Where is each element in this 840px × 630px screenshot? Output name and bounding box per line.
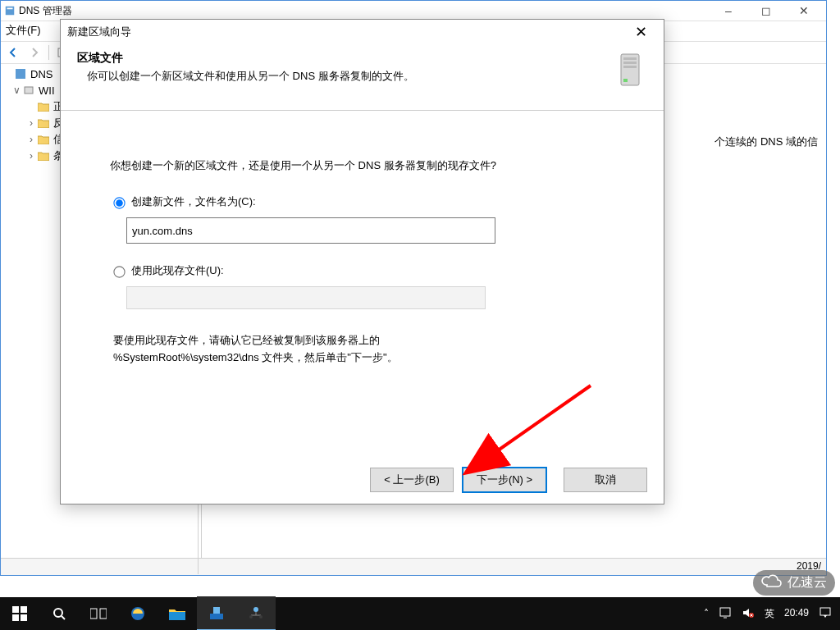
- forward-icon[interactable]: [25, 44, 43, 61]
- svg-point-26: [249, 615, 253, 619]
- svg-rect-7: [623, 62, 637, 64]
- expand-icon[interactable]: ›: [25, 117, 37, 129]
- dns-app-icon: [4, 5, 16, 16]
- system-tray[interactable]: ˄ 英 20:49: [704, 606, 840, 622]
- action-center-icon[interactable]: [819, 606, 832, 622]
- svg-rect-14: [21, 614, 27, 621]
- wizard-body: 你想创建一个新的区域文件，还是使用一个从另一个 DNS 服务器复制的现存文件? …: [61, 111, 664, 375]
- radio-create-label: 创建新文件，文件名为(C):: [131, 194, 256, 209]
- taskbar-app-dns[interactable]: [236, 596, 276, 630]
- svg-rect-6: [623, 57, 637, 60]
- cloud-icon: [761, 573, 783, 592]
- svg-rect-22: [213, 607, 220, 614]
- watermark-text: 亿速云: [788, 574, 827, 591]
- clock[interactable]: 20:49: [784, 608, 809, 619]
- svg-rect-8: [623, 66, 637, 68]
- server-icon: [22, 84, 35, 97]
- main-title: DNS 管理器: [19, 4, 72, 18]
- radio-use-existing-file-input[interactable]: [113, 266, 125, 277]
- svg-rect-12: [21, 606, 27, 613]
- menu-file[interactable]: 文件(F): [6, 24, 41, 36]
- zone-filename-input[interactable]: [126, 217, 495, 244]
- svg-rect-20: [169, 612, 185, 620]
- svg-rect-17: [90, 609, 97, 619]
- start-button[interactable]: [0, 597, 39, 630]
- svg-rect-18: [100, 609, 107, 619]
- svg-rect-4: [25, 87, 33, 94]
- pane-splitter[interactable]: [198, 504, 199, 574]
- radio-use-label: 使用此现存文件(U):: [131, 263, 224, 278]
- expand-icon[interactable]: ›: [25, 134, 37, 145]
- folder-icon: [37, 100, 50, 113]
- svg-rect-11: [12, 606, 19, 613]
- back-button[interactable]: < 上一步(B): [370, 468, 454, 492]
- svg-rect-0: [6, 7, 15, 16]
- expand-icon[interactable]: ∨: [11, 84, 22, 96]
- cancel-button[interactable]: 取消: [564, 468, 647, 492]
- ime-indicator[interactable]: 英: [765, 607, 774, 621]
- volume-icon[interactable]: [742, 606, 755, 622]
- content-hint-text: 个连续的 DNS 域的信: [714, 135, 818, 149]
- svg-point-23: [253, 607, 258, 612]
- tray-chevron-up-icon[interactable]: ˄: [704, 608, 709, 619]
- minimize-button[interactable]: –: [710, 1, 747, 21]
- file-explorer-icon[interactable]: [158, 597, 197, 630]
- back-icon[interactable]: [4, 44, 22, 61]
- server-icon: [613, 51, 647, 90]
- ie-icon[interactable]: [118, 597, 158, 630]
- wizard-header-subtitle: 你可以创建一个新区域文件和使用从另一个 DNS 服务器复制的文件。: [77, 69, 613, 84]
- wizard-header: 区域文件 你可以创建一个新区域文件和使用从另一个 DNS 服务器复制的文件。: [61, 44, 664, 111]
- maximize-button[interactable]: ◻: [747, 1, 785, 21]
- folder-icon: [37, 149, 50, 162]
- wizard-header-title: 区域文件: [77, 51, 613, 66]
- taskbar[interactable]: ˄ 英 20:49: [0, 597, 840, 630]
- folder-icon: [37, 133, 50, 146]
- close-button[interactable]: ✕: [785, 1, 823, 21]
- watermark: 亿速云: [753, 570, 835, 596]
- search-icon[interactable]: [39, 597, 79, 630]
- svg-rect-1: [7, 8, 13, 10]
- task-view-icon[interactable]: [79, 597, 118, 630]
- svg-line-16: [62, 616, 65, 619]
- wizard-note: 要使用此现存文件，请确认它已经被复制到该服务器上的 %SystemRoot%\s…: [110, 332, 614, 367]
- taskbar-app-1[interactable]: [197, 596, 236, 630]
- new-zone-wizard-dialog: 新建区域向导 ✕ 区域文件 你可以创建一个新区域文件和使用从另一个 DNS 服务…: [60, 19, 664, 504]
- radio-create-new-file-input[interactable]: [113, 197, 125, 208]
- svg-rect-9: [623, 79, 628, 82]
- svg-rect-28: [720, 608, 730, 616]
- wizard-footer: < 上一步(B) 下一步(N) > 取消: [61, 456, 664, 504]
- wizard-title: 新建区域向导: [67, 25, 131, 39]
- radio-use-existing-file[interactable]: 使用此现存文件(U):: [110, 263, 614, 278]
- wizard-titlebar[interactable]: 新建区域向导 ✕: [61, 20, 664, 44]
- svg-point-15: [54, 609, 62, 617]
- svg-point-27: [259, 615, 262, 619]
- close-icon[interactable]: ✕: [624, 23, 657, 41]
- svg-rect-13: [12, 614, 19, 621]
- expand-icon[interactable]: ›: [25, 150, 37, 162]
- svg-rect-3: [16, 69, 25, 79]
- radio-create-new-file[interactable]: 创建新文件，文件名为(C):: [110, 194, 614, 209]
- svg-rect-21: [210, 614, 223, 619]
- wizard-prompt: 你想创建一个新的区域文件，还是使用一个从另一个 DNS 服务器复制的现存文件?: [110, 158, 614, 173]
- statusbar: 2019/: [1, 558, 826, 575]
- next-button[interactable]: 下一步(N) >: [462, 467, 547, 493]
- svg-rect-33: [820, 608, 830, 615]
- folder-icon: [37, 116, 50, 130]
- dns-root-icon: [14, 67, 27, 80]
- network-icon[interactable]: [719, 606, 732, 622]
- existing-filename-input-disabled: [126, 286, 486, 309]
